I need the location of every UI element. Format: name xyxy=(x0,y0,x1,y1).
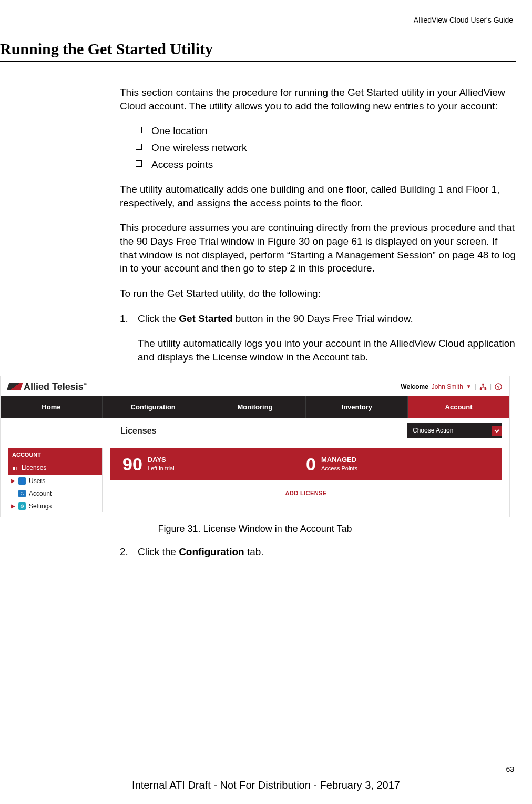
doc-header: AlliedView Cloud User's Guide xyxy=(0,16,516,24)
step-text: Click the xyxy=(138,546,179,557)
tab-configuration[interactable]: Configuration xyxy=(103,396,204,418)
page-title: Running the Get Started Utility xyxy=(0,40,516,62)
sidebar-item-users[interactable]: ▶ 👤 Users xyxy=(8,475,102,487)
sidebar-item-label: Users xyxy=(29,477,45,485)
main-nav: Home Configuration Monitoring Inventory … xyxy=(1,396,509,418)
svg-text:?: ? xyxy=(497,384,499,389)
panel-title: Licenses xyxy=(120,425,156,437)
main-panel: 90 DAYS Left in trial 0 MANAGED xyxy=(110,448,502,506)
tab-account[interactable]: Account xyxy=(408,396,509,418)
choose-action-label: Choose Action xyxy=(413,426,453,435)
sidebar-item-label: Licenses xyxy=(22,464,46,472)
divider: | xyxy=(490,383,492,391)
figure-caption: Figure 31. License Window in the Account… xyxy=(0,522,510,535)
sidebar-head: ACCOUNT xyxy=(8,448,102,462)
caret-right-icon: ▶ xyxy=(11,502,15,510)
tab-inventory[interactable]: Inventory xyxy=(306,396,408,418)
choose-action-dropdown[interactable]: Choose Action xyxy=(407,423,502,438)
svg-rect-1 xyxy=(480,388,482,390)
brand-text: Allied Telesis™ xyxy=(24,380,88,393)
trial-days-sublabel: Left in trial xyxy=(148,465,175,473)
checkbox-icon xyxy=(136,160,142,167)
step-sub-paragraph: The utility automatically logs you into … xyxy=(138,337,516,364)
tab-monitoring[interactable]: Monitoring xyxy=(204,396,306,418)
step-bold: Configuration xyxy=(179,546,244,557)
caret-right-icon: ▶ xyxy=(11,477,15,485)
list-item-label: Access points xyxy=(151,158,213,172)
trial-days-number: 90 xyxy=(122,455,142,473)
intro-paragraph: This section contains the procedure for … xyxy=(120,86,516,113)
divider: | xyxy=(475,383,476,391)
checkbox-icon xyxy=(136,144,142,150)
list-item: One wireless network xyxy=(136,141,516,155)
list-item-label: One wireless network xyxy=(151,141,247,155)
step-text: Click the xyxy=(138,313,179,324)
trial-days-label: DAYS xyxy=(148,455,175,465)
license-icon: ◧ xyxy=(11,465,18,472)
chevron-down-icon[interactable]: ▼ xyxy=(466,383,472,390)
sitemap-icon[interactable] xyxy=(479,383,487,390)
svg-rect-2 xyxy=(485,388,487,390)
status-banner: 90 DAYS Left in trial 0 MANAGED xyxy=(110,448,502,480)
step-text: button in the 90 Days Free Trial window. xyxy=(233,313,413,324)
sidebar-item-label: Settings xyxy=(29,502,52,510)
welcome-bar: Welcome John Smith ▼ | | ? xyxy=(401,383,502,391)
user-menu[interactable]: John Smith xyxy=(432,383,463,391)
sidebar-item-settings[interactable]: ▶ ⚙ Settings xyxy=(8,500,102,512)
page-number: 63 xyxy=(506,765,514,773)
checkbox-icon xyxy=(136,127,142,133)
list-item: One location xyxy=(136,124,516,138)
managed-ap-block: 0 MANAGED Access Points xyxy=(306,455,489,473)
sidebar-item-licenses[interactable]: ◧ Licenses xyxy=(8,461,102,474)
body-paragraph: The utility automatically adds one build… xyxy=(120,183,516,209)
list-item-label: One location xyxy=(151,124,208,138)
app-window: Allied Telesis™ Welcome John Smith ▼ | | xyxy=(0,376,510,518)
step-text: tab. xyxy=(244,546,264,557)
svg-rect-0 xyxy=(482,384,484,386)
step-1: 1. Click the Get Started button in the 9… xyxy=(120,312,516,364)
body-paragraph: This procedure assumes you are continuin… xyxy=(120,221,516,275)
managed-ap-number: 0 xyxy=(306,455,316,473)
logo-icon xyxy=(7,383,23,390)
chevron-down-icon xyxy=(492,426,502,436)
sidebar-item-label: Account xyxy=(29,489,52,498)
gear-icon: ⚙ xyxy=(18,502,26,510)
brand-logo[interactable]: Allied Telesis™ xyxy=(8,380,88,393)
step-2: 2. Click the Configuration tab. xyxy=(120,545,516,559)
body-paragraph: To run the Get Started utility, do the f… xyxy=(120,287,516,300)
list-item: Access points xyxy=(136,158,516,172)
tab-home[interactable]: Home xyxy=(1,396,103,418)
sidebar: ACCOUNT ◧ Licenses ▶ 👤 Users ▶ 🗂 xyxy=(8,448,103,513)
help-icon[interactable]: ? xyxy=(495,383,502,390)
welcome-label: Welcome xyxy=(401,383,428,391)
add-license-button[interactable]: ADD LICENSE xyxy=(280,487,333,500)
step-number: 2. xyxy=(120,545,138,559)
account-icon: 🗂 xyxy=(18,490,26,497)
managed-ap-sublabel: Access Points xyxy=(321,465,357,473)
managed-ap-label: MANAGED xyxy=(321,455,357,465)
sidebar-item-account[interactable]: ▶ 🗂 Account xyxy=(8,487,102,500)
users-icon: 👤 xyxy=(18,477,26,485)
checklist: One location One wireless network Access… xyxy=(136,124,516,171)
trial-days-block: 90 DAYS Left in trial xyxy=(122,455,306,473)
step-bold: Get Started xyxy=(179,313,232,324)
footer-text: Internal ATI Draft - Not For Distributio… xyxy=(0,779,532,791)
figure: Allied Telesis™ Welcome John Smith ▼ | | xyxy=(0,376,510,536)
step-number: 1. xyxy=(120,312,138,364)
